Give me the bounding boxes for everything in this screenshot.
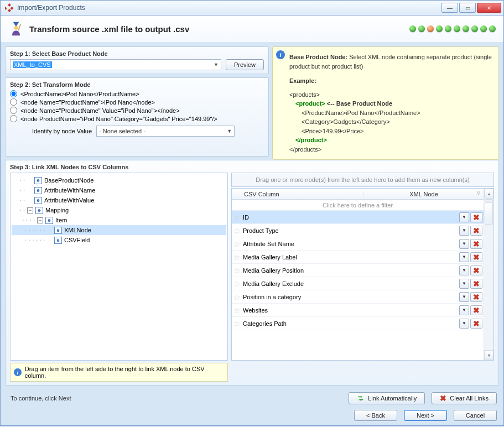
row-dropdown-button[interactable]: ▼ (459, 239, 469, 249)
row-delete-button[interactable]: ✖ (470, 252, 482, 262)
page-title: Transform source .xml file to output .cs… (29, 24, 409, 34)
tree-collapse-icon[interactable]: − (27, 207, 33, 214)
xml-tree[interactable]: ··eBaseProductNode··eAttributeWithName··… (10, 173, 228, 361)
favorite-icon[interactable]: ☆ (232, 280, 242, 288)
row-delete-button[interactable]: ✖ (470, 239, 482, 249)
x-icon: ✖ (473, 253, 480, 261)
tree-node[interactable]: ······eXMLNode (12, 225, 226, 235)
tree-node-label: Item (55, 217, 67, 223)
dropzone[interactable]: Drag one or more node(s) from the left s… (231, 173, 494, 187)
tree-node[interactable]: ··eAttributeWithName (12, 185, 226, 195)
tree-node[interactable]: ······eCSVField (12, 235, 226, 245)
favorite-icon[interactable]: ☆ (232, 253, 242, 261)
x-icon: ✖ (440, 394, 446, 402)
radio-input[interactable] (10, 98, 17, 106)
preview-button[interactable]: Preview (226, 59, 264, 70)
row-dropdown-button[interactable]: ▼ (459, 305, 469, 315)
identify-select[interactable]: - None selected - ▼ (96, 126, 235, 137)
table-row[interactable]: ☆Media Gallery Exclude▼✖ (232, 277, 484, 290)
transform-mode-option[interactable]: <node Name="ProductName">iPod Nano</node… (10, 98, 264, 106)
element-badge-icon: e (45, 217, 53, 224)
sort-icon: ▽ (477, 191, 480, 196)
tree-node[interactable]: ··−eMapping (12, 205, 226, 215)
transform-mode-option[interactable]: <node Name="ProductName" Value="iPod Nan… (10, 107, 264, 114)
cancel-button[interactable]: Cancel (454, 410, 497, 421)
minimize-button[interactable]: — (441, 3, 458, 13)
identify-label: Identify by node Value (32, 128, 92, 134)
favorite-icon[interactable]: ☆ (232, 320, 242, 327)
tree-node-label: AttributeWithValue (44, 197, 94, 204)
table-row[interactable]: ☆Categories Path▼✖ (232, 317, 484, 330)
x-icon: ✖ (473, 227, 480, 235)
favorite-icon[interactable]: ☆ (232, 306, 242, 314)
row-delete-button[interactable]: ✖ (470, 265, 482, 275)
row-delete-button[interactable]: ✖ (470, 305, 482, 315)
link-automatically-button[interactable]: Link Automatically (349, 392, 425, 404)
table-row[interactable]: ☆Attribute Set Name▼✖ (232, 237, 484, 251)
next-button[interactable]: Next > (404, 410, 447, 421)
table-row[interactable]: ☆Product Type▼✖ (232, 224, 484, 237)
clear-all-links-button[interactable]: ✖ Clear All Links (432, 392, 497, 404)
tree-node-label: AttributeWithName (44, 187, 95, 194)
code-line: <products> (289, 90, 493, 100)
row-dropdown-button[interactable]: ▼ (459, 292, 469, 302)
radio-input[interactable] (10, 107, 17, 114)
row-dropdown-button[interactable]: ▼ (459, 265, 469, 275)
tree-collapse-icon[interactable]: − (37, 217, 43, 223)
row-delete-button[interactable]: ✖ (470, 319, 482, 329)
wizard-icon (8, 21, 24, 37)
radio-input[interactable] (10, 90, 17, 97)
scroll-top-button[interactable] (485, 199, 493, 201)
grid-filter[interactable]: Click here to define a filter (232, 200, 484, 211)
favorite-icon[interactable]: ☆ (232, 227, 242, 235)
back-button[interactable]: < Back (354, 410, 397, 421)
element-badge-icon: e (54, 237, 62, 244)
hint-text: Drag an item from the left side to the r… (25, 366, 224, 379)
tree-node[interactable]: ··eBaseProductNode (12, 175, 226, 185)
favorite-icon[interactable]: ☆ (232, 214, 242, 221)
tree-node[interactable]: ····−eItem (12, 215, 226, 225)
info-icon: i (276, 50, 285, 59)
chevron-down-icon: ▼ (214, 62, 219, 67)
table-row[interactable]: ☆Media Gallery Label▼✖ (232, 251, 484, 264)
transform-mode-option[interactable]: <node ProductName="iPod Nano" Category="… (10, 115, 264, 122)
tree-node-label: CSVField (64, 237, 90, 243)
close-button[interactable]: ✕ (477, 3, 501, 13)
step1-title: Step 1: Select Base Product Node (10, 50, 264, 57)
example-label: Example: (289, 77, 316, 84)
row-delete-button[interactable]: ✖ (470, 279, 482, 289)
base-node-select[interactable]: XML_to_CVS ▼ (10, 59, 221, 70)
column-header[interactable]: XML Node ▽ (364, 191, 484, 197)
row-dropdown-button[interactable]: ▼ (459, 226, 469, 236)
svg-point-1 (14, 26, 18, 30)
step-indicator (409, 25, 496, 32)
base-node-value: XML_to_CVS (13, 61, 52, 68)
row-delete-button[interactable]: ✖ (470, 292, 482, 302)
scrollbar[interactable]: ▴ ▾ (484, 189, 493, 360)
step-dot (409, 25, 416, 32)
maximize-button[interactable]: ▭ (459, 3, 476, 13)
favorite-icon[interactable]: ☆ (232, 240, 242, 248)
scroll-thumb[interactable] (485, 202, 493, 225)
row-delete-button[interactable]: ✖ (470, 226, 482, 236)
radio-input[interactable] (10, 115, 17, 122)
row-dropdown-button[interactable]: ▼ (459, 252, 469, 262)
svg-rect-2 (18, 24, 21, 30)
identify-value: - None selected - (99, 128, 146, 134)
scroll-down-button[interactable]: ▾ (484, 350, 493, 360)
table-row[interactable]: ☆Media Gallery Position▼✖ (232, 264, 484, 277)
favorite-icon[interactable]: ☆ (232, 267, 242, 274)
table-row[interactable]: ☆Websites▼✖ (232, 304, 484, 317)
column-header[interactable]: CSV Column (232, 191, 364, 197)
csv-column-name: Media Gallery Position (242, 267, 459, 274)
scroll-up-button[interactable]: ▴ (484, 189, 493, 199)
table-row[interactable]: ☆ID▼✖ (232, 211, 484, 224)
table-row[interactable]: ☆Position in a category▼✖ (232, 290, 484, 304)
row-dropdown-button[interactable]: ▼ (459, 279, 469, 289)
row-dropdown-button[interactable]: ▼ (459, 212, 469, 222)
transform-mode-option[interactable]: <ProductName>iPod Nano</ProductName> (10, 90, 264, 97)
row-dropdown-button[interactable]: ▼ (459, 319, 469, 329)
tree-node[interactable]: ··eAttributeWithValue (12, 195, 226, 205)
favorite-icon[interactable]: ☆ (232, 293, 242, 301)
row-delete-button[interactable]: ✖ (470, 212, 482, 222)
